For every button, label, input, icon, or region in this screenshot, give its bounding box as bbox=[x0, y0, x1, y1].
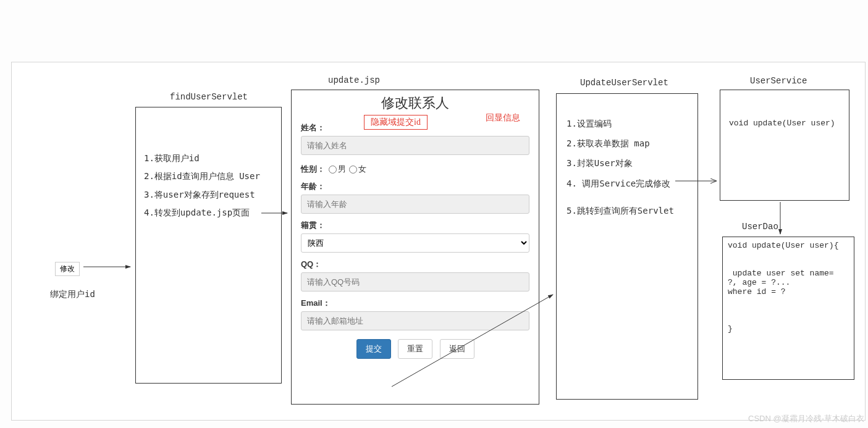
user-dao-code: void update(User user){ update user set … bbox=[728, 241, 838, 334]
user-dao-box: void update(User user){ update user set … bbox=[722, 237, 854, 380]
hometown-select[interactable]: 陕西 bbox=[301, 233, 529, 253]
female-label: 女 bbox=[358, 164, 366, 174]
find-user-servlet-list: 1.获取用户id 2.根据id查询用户信息 User 3.将user对象存到re… bbox=[144, 149, 260, 222]
male-label: 男 bbox=[338, 164, 346, 174]
list-item: 3.将user对象存到request bbox=[144, 186, 260, 204]
hometown-label: 籍贯： bbox=[301, 220, 529, 231]
qq-label: QQ： bbox=[301, 259, 529, 270]
find-user-servlet-box: 1.获取用户id 2.根据id查询用户信息 User 3.将user对象存到re… bbox=[135, 107, 282, 384]
diagram-canvas: 修改 绑定用户id findUserServlet 1.获取用户id 2.根据i… bbox=[11, 62, 866, 421]
back-button[interactable]: 返回 bbox=[440, 339, 474, 359]
update-jsp-form: 修改联系人 回显信息 姓名： 隐藏域提交id 性别： 男 女 年龄： 籍贯： 陕… bbox=[291, 90, 539, 405]
update-jsp-title: update.jsp bbox=[328, 75, 380, 85]
age-input[interactable] bbox=[301, 195, 529, 214]
reset-button[interactable]: 重置 bbox=[398, 339, 432, 359]
update-user-servlet-box: 1.设置编码 2.获取表单数据 map 3.封装User对象 4. 调用Serv… bbox=[556, 93, 698, 400]
list-item: 2.获取表单数据 map bbox=[567, 133, 674, 153]
list-item: 4. 调用Service完成修改 bbox=[567, 174, 674, 193]
user-service-code: void update(User user) bbox=[729, 119, 835, 128]
watermark: CSDN @凝霜月冷残-草木破白衣 bbox=[748, 413, 864, 424]
email-label: Email： bbox=[301, 298, 529, 309]
list-item: 4.转发到update.jsp页面 bbox=[144, 204, 260, 222]
gender-label: 性别： bbox=[301, 164, 325, 174]
update-user-servlet-title: UpdateUserServlet bbox=[580, 78, 668, 88]
name-input[interactable] bbox=[301, 136, 529, 155]
modify-button[interactable]: 修改 bbox=[55, 262, 80, 276]
qq-input[interactable] bbox=[301, 272, 529, 292]
find-user-servlet-title: findUserServlet bbox=[170, 92, 248, 102]
update-user-servlet-list: 1.设置编码 2.获取表单数据 map 3.封装User对象 4. 调用Serv… bbox=[567, 114, 674, 220]
hidden-id-note: 隐藏域提交id bbox=[364, 115, 428, 130]
name-label: 姓名： bbox=[301, 122, 325, 133]
list-item: 5.跳转到查询所有Servlet bbox=[567, 201, 674, 220]
age-label: 年龄： bbox=[301, 181, 529, 192]
user-service-box: void update(User user) bbox=[720, 90, 849, 201]
bind-user-id-label: 绑定用户id bbox=[50, 289, 95, 300]
submit-button[interactable]: 提交 bbox=[356, 339, 391, 359]
email-input[interactable] bbox=[301, 311, 529, 330]
list-item: 2.根据id查询用户信息 User bbox=[144, 167, 260, 185]
user-dao-title: UserDao bbox=[742, 222, 778, 232]
button-bar: 提交 重置 返回 bbox=[292, 339, 539, 359]
user-service-title: UserService bbox=[750, 76, 807, 86]
list-item: 1.获取用户id bbox=[144, 149, 260, 167]
gender-female-radio[interactable] bbox=[349, 166, 357, 174]
gender-male-radio[interactable] bbox=[329, 166, 337, 174]
list-item: 3.封装User对象 bbox=[567, 153, 674, 173]
form-title: 修改联系人 bbox=[292, 94, 539, 112]
list-item: 1.设置编码 bbox=[567, 114, 674, 133]
